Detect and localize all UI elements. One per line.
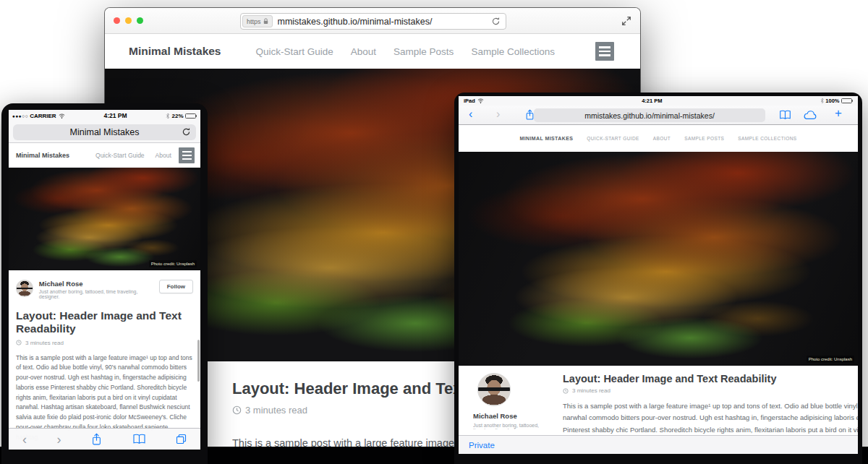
clock-icon xyxy=(563,388,569,394)
site-nav: Quick-Start Guide About Sample Posts Sam… xyxy=(256,46,555,57)
photo-credit: Photo credit: Unsplash xyxy=(149,260,197,267)
wifi-icon xyxy=(59,113,65,119)
photo-credit: Photo credit: Unsplash xyxy=(807,356,854,363)
address-bar[interactable]: https mmistakes.github.io/minimal-mistak… xyxy=(240,13,506,30)
forward-button[interactable]: › xyxy=(57,433,61,446)
author-avatar xyxy=(16,280,33,297)
menu-toggle-button[interactable] xyxy=(595,42,614,61)
site-title-link[interactable]: Minimal Mistakes xyxy=(129,45,221,58)
ipad-device-frame: iPad 4:21 PM 100% ‹ › xyxy=(454,93,862,464)
author-profile: Michael Rose Just another boring, tattoo… xyxy=(473,373,550,435)
wifi-icon xyxy=(477,98,484,103)
site-title-link[interactable]: MINIMAL MISTAKES xyxy=(519,136,573,141)
nav-quick-start-guide[interactable]: Quick-Start Guide xyxy=(95,152,145,159)
site-title-link[interactable]: Minimal Mistakes xyxy=(16,152,69,159)
post-title: Layout: Header Image and Text Readabilit… xyxy=(16,309,182,335)
address-field[interactable]: mmistakes.github.io/minimal-mistakes/ xyxy=(534,108,765,122)
signal-strength-icon: ●●●○○ xyxy=(12,113,28,119)
author-name: Michael Rose xyxy=(39,280,159,288)
carrier-label: CARRIER xyxy=(30,113,56,119)
minimize-window-button[interactable] xyxy=(125,17,132,24)
zoom-window-button[interactable] xyxy=(137,17,143,24)
reload-icon[interactable] xyxy=(182,127,191,137)
read-time: 3 minutes read xyxy=(25,340,64,346)
post-content: Michael Rose Just another boring, tattoo… xyxy=(459,366,858,435)
site-masthead: Minimal Mistakes Quick-Start Guide About… xyxy=(105,34,640,69)
nav-sample-collections[interactable]: Sample Collections xyxy=(471,46,555,57)
https-badge: https xyxy=(242,15,273,27)
safari-toolbar: ‹ › mmistakes.github.io/minimal-mistakes… xyxy=(459,106,858,125)
private-label[interactable]: Private xyxy=(469,441,495,450)
author-bio: Just another boring, tattooed, time trav… xyxy=(473,423,548,429)
iphone-screen: ●●●○○ CARRIER 4:21 PM 22% Minimal xyxy=(9,110,200,450)
bluetooth-icon xyxy=(166,113,170,119)
battery-percent: 100% xyxy=(825,98,839,104)
post-meta: 3 minutes read xyxy=(16,340,193,346)
nav-about[interactable]: About xyxy=(156,152,171,159)
read-time: 3 minutes read xyxy=(245,405,307,416)
clock-icon xyxy=(232,405,242,415)
nav-sample-posts[interactable]: SAMPLE POSTS xyxy=(684,136,724,141)
fullscreen-icon[interactable] xyxy=(621,16,631,26)
new-tab-button[interactable]: + xyxy=(835,106,842,121)
bookmarks-icon[interactable] xyxy=(779,110,791,120)
url-text: mmistakes.github.io/minimal-mistakes/ xyxy=(584,111,715,120)
clock-icon xyxy=(16,340,22,345)
follow-button[interactable]: Follow xyxy=(159,280,193,293)
status-time: 4:21 PM xyxy=(65,112,166,119)
browser-titlebar: https mmistakes.github.io/minimal-mistak… xyxy=(105,8,640,34)
post-header-image: Photo credit: Unsplash xyxy=(459,152,858,366)
battery-percent: 22% xyxy=(171,113,183,119)
device-label: iPad xyxy=(464,98,475,104)
site-masthead: Minimal Mistakes Quick-Start Guide About xyxy=(9,143,200,168)
site-nav: Quick-Start Guide About xyxy=(95,152,171,159)
author-name: Michael Rose xyxy=(473,412,550,420)
nav-quick-start-guide[interactable]: QUICK-START GUIDE xyxy=(587,136,639,141)
site-masthead: MINIMAL MISTAKES QUICK-START GUIDE ABOUT… xyxy=(459,125,858,152)
nav-about[interactable]: ABOUT xyxy=(653,136,671,141)
post-header-image: Photo credit: Unsplash xyxy=(9,168,200,270)
battery-icon xyxy=(185,113,197,119)
nav-quick-start-guide[interactable]: Quick-Start Guide xyxy=(256,46,333,57)
ipad-screen: iPad 4:21 PM 100% ‹ › xyxy=(459,96,858,454)
author-bio: Just another boring, tattooed, time trav… xyxy=(39,289,159,299)
private-browsing-bar: Private xyxy=(459,435,858,454)
tabs-icon[interactable] xyxy=(176,434,187,444)
url-text: mmistakes.github.io/minimal-mistakes/ xyxy=(278,17,491,27)
post-body-paragraph: This is a sample post with a large featu… xyxy=(563,400,858,435)
menu-toggle-button[interactable] xyxy=(179,147,195,163)
responsive-preview-montage: https mmistakes.github.io/minimal-mistak… xyxy=(0,0,868,464)
back-button[interactable]: ‹ xyxy=(469,108,472,121)
address-field[interactable]: Minimal Mistakes xyxy=(13,124,196,140)
nav-sample-collections[interactable]: SAMPLE COLLECTIONS xyxy=(738,136,796,141)
lock-icon xyxy=(263,18,268,25)
ipad-status-bar: iPad 4:21 PM 100% xyxy=(459,96,858,106)
reload-icon[interactable] xyxy=(491,17,501,26)
https-label: https xyxy=(247,18,261,25)
back-button[interactable]: ‹ xyxy=(22,433,27,446)
battery-icon xyxy=(841,98,854,103)
iphone-status-bar: ●●●○○ CARRIER 4:21 PM 22% xyxy=(9,110,200,121)
post-content: Michael Rose Just another boring, tattoo… xyxy=(9,270,200,450)
safari-bottom-toolbar: ‹ › xyxy=(9,428,200,450)
author-avatar xyxy=(477,373,511,406)
iphone-device-frame: ●●●○○ CARRIER 4:21 PM 22% Minimal xyxy=(1,103,208,464)
nav-about[interactable]: About xyxy=(351,46,376,57)
read-time: 3 minutes read xyxy=(572,387,610,394)
nav-sample-posts[interactable]: Sample Posts xyxy=(393,46,454,57)
window-controls xyxy=(114,17,143,24)
share-icon[interactable] xyxy=(91,433,102,446)
icloud-tabs-icon[interactable] xyxy=(802,110,817,120)
bluetooth-icon xyxy=(820,98,825,104)
close-window-button[interactable] xyxy=(114,17,120,24)
page-title-text: Minimal Mistakes xyxy=(70,127,140,137)
status-time: 4:21 PM xyxy=(484,98,820,104)
forward-button[interactable]: › xyxy=(496,108,500,121)
safari-address-bar-area: Minimal Mistakes xyxy=(9,121,200,143)
post-title: Layout: Header Image and Text Readabilit… xyxy=(563,373,858,384)
post-meta: 3 minutes read xyxy=(563,387,858,394)
author-profile: Michael Rose Just another boring, tattoo… xyxy=(16,280,193,299)
bookmarks-icon[interactable] xyxy=(132,434,146,444)
scrollbar-thumb[interactable] xyxy=(197,340,200,382)
